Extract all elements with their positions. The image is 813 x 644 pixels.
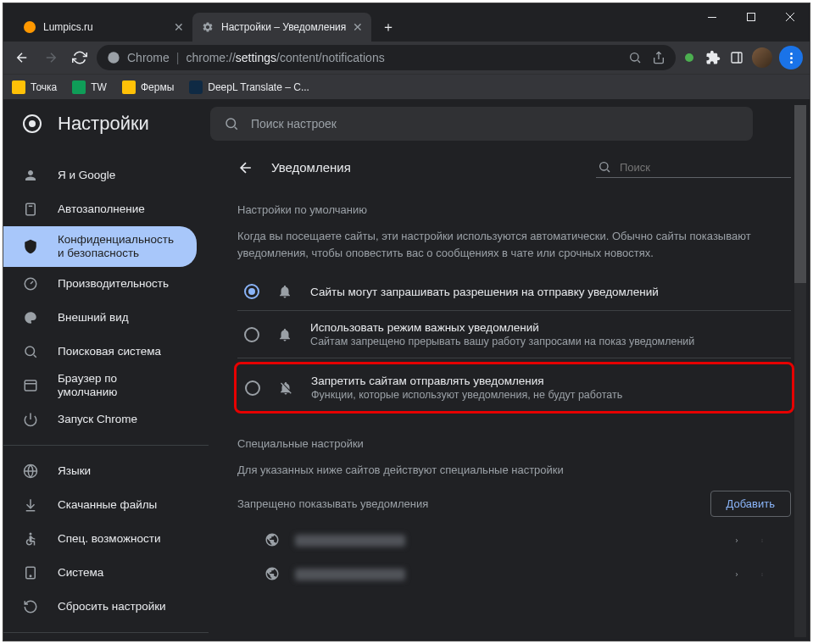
defaults-section-title: Настройки по умолчанию <box>237 203 791 216</box>
share-icon[interactable] <box>652 51 665 64</box>
forward-button[interactable] <box>39 46 63 69</box>
bookmark-fermy[interactable]: Фермы <box>122 80 174 94</box>
scrollbar-thumb[interactable] <box>794 148 806 283</box>
search-icon <box>224 116 239 131</box>
avatar[interactable] <box>752 47 772 68</box>
clipboard-icon <box>22 201 39 218</box>
bookmarks-bar: Точка TW Фермы DeepL Translate – С... <box>3 74 810 99</box>
sidebar-item-autofill[interactable]: Автозаполнение <box>3 192 197 226</box>
tab-settings[interactable]: Настройки – Уведомления ✕ <box>192 13 371 42</box>
search-icon[interactable] <box>628 51 642 64</box>
svg-point-19 <box>600 163 608 170</box>
sidebar-item-startup[interactable]: Запуск Chrome <box>3 402 197 436</box>
download-icon <box>22 497 39 514</box>
sidebar-item-privacy[interactable]: Конфиденциальность и безопасность <box>3 226 197 267</box>
scrollbar[interactable] <box>794 148 806 637</box>
back-arrow-button[interactable] <box>237 159 254 176</box>
main-content: Уведомления Настройки по умолчанию Когда… <box>209 148 810 641</box>
sidebar-item-languages[interactable]: Языки <box>3 454 197 488</box>
reload-button[interactable] <box>68 46 92 69</box>
highlight-box: Запретить сайтам отправлять уведомления … <box>234 362 794 414</box>
chevron-right-icon[interactable] <box>733 536 740 546</box>
radio-sites-can-ask[interactable]: Сайты могут запрашивать разрешения на от… <box>237 273 791 311</box>
bell-icon <box>276 326 293 343</box>
radio-button[interactable] <box>244 327 259 342</box>
back-button[interactable] <box>10 46 34 69</box>
globe-icon <box>22 463 39 480</box>
maximize-button[interactable] <box>732 3 771 31</box>
blocked-title: Запрещено показывать уведомления <box>237 497 428 510</box>
svg-point-25 <box>762 575 763 575</box>
search-icon <box>598 160 611 174</box>
settings-title: Настройки <box>58 113 149 135</box>
sidebar-item-you-google[interactable]: Я и Google <box>3 158 197 192</box>
chrome-logo-icon <box>22 114 42 134</box>
menu-button[interactable] <box>779 46 803 69</box>
sidebar-item-appearance[interactable]: Внешний вид <box>3 301 197 335</box>
close-icon[interactable]: ✕ <box>174 20 184 34</box>
svg-point-24 <box>762 574 763 575</box>
minimize-button[interactable] <box>693 3 732 31</box>
svg-point-16 <box>30 533 32 536</box>
bell-off-icon <box>277 380 294 397</box>
globe-icon <box>265 532 281 549</box>
search-icon <box>22 343 39 360</box>
new-tab-button[interactable]: ＋ <box>376 15 400 39</box>
svg-rect-13 <box>25 380 36 391</box>
svg-point-20 <box>762 539 763 540</box>
bookmark-tw[interactable]: TW <box>72 80 107 94</box>
svg-point-9 <box>226 119 236 128</box>
sidebar-item-downloads[interactable]: Скачанные файлы <box>3 488 197 522</box>
blocked-section-header: Запрещено показывать уведомления Добавит… <box>237 491 791 517</box>
chrome-icon <box>107 51 120 64</box>
blocked-site-row[interactable] <box>237 524 791 558</box>
close-icon[interactable]: ✕ <box>353 20 363 34</box>
svg-point-8 <box>29 120 36 127</box>
page-search[interactable] <box>596 157 791 178</box>
chevron-right-icon[interactable] <box>733 569 740 580</box>
add-button[interactable]: Добавить <box>710 491 791 517</box>
tab-lumpics[interactable]: Lumpics.ru ✕ <box>14 13 192 42</box>
side-panel-icon[interactable] <box>728 49 745 66</box>
tab-title: Lumpics.ru <box>43 21 93 33</box>
sidebar-item-default-browser[interactable]: Браузер по умолчанию <box>3 369 197 402</box>
sidebar: Я и Google Автозаполнение Конфиденциальн… <box>3 148 209 641</box>
svg-rect-5 <box>732 53 742 63</box>
sidebar-item-reset[interactable]: Сбросить настройки <box>3 590 197 624</box>
person-icon <box>22 167 39 184</box>
page-title: Уведомления <box>271 160 351 175</box>
page-search-input[interactable] <box>620 161 789 174</box>
svg-point-23 <box>762 573 763 574</box>
special-section-title: Специальные настройки <box>237 437 791 450</box>
sidebar-item-accessibility[interactable]: Спец. возможности <box>3 522 197 556</box>
tab-title: Настройки – Уведомления <box>221 21 346 33</box>
blocked-site-row[interactable] <box>237 558 791 591</box>
radio-block-notifications[interactable]: Запретить сайтам отправлять уведомления … <box>238 366 790 409</box>
more-icon[interactable] <box>760 534 764 547</box>
radio-quieter-messaging[interactable]: Использовать режим важных уведомлений Са… <box>237 311 791 358</box>
sidebar-item-performance[interactable]: Производительность <box>3 267 197 301</box>
sidebar-divider <box>3 445 209 446</box>
more-icon[interactable] <box>760 568 764 581</box>
defaults-section-desc: Когда вы посещаете сайты, эти настройки … <box>237 228 791 261</box>
window-controls <box>693 3 810 31</box>
bookmark-tochka[interactable]: Точка <box>12 80 57 94</box>
svg-point-21 <box>762 540 763 541</box>
close-button[interactable] <box>771 3 810 31</box>
bookmark-deepl[interactable]: DeepL Translate – С... <box>189 80 309 94</box>
titlebar: Lumpics.ru ✕ Настройки – Уведомления ✕ ＋ <box>3 3 810 42</box>
accessibility-icon <box>22 530 39 547</box>
settings-search[interactable]: Поиск настроек <box>210 107 753 141</box>
svg-rect-1 <box>708 17 716 18</box>
sidebar-item-search[interactable]: Поисковая система <box>3 335 197 369</box>
address-bar[interactable]: Chrome | chrome://settings/content/notif… <box>97 45 676 70</box>
sidebar-item-system[interactable]: Система <box>3 556 197 590</box>
extensions-icon[interactable] <box>704 49 721 66</box>
radio-button[interactable] <box>244 284 259 299</box>
svg-rect-10 <box>26 203 36 215</box>
ext-icon-1[interactable] <box>681 49 698 66</box>
globe-icon <box>265 566 281 583</box>
power-icon <box>22 411 39 428</box>
radio-button[interactable] <box>245 380 260 396</box>
extension-icons <box>681 46 803 69</box>
